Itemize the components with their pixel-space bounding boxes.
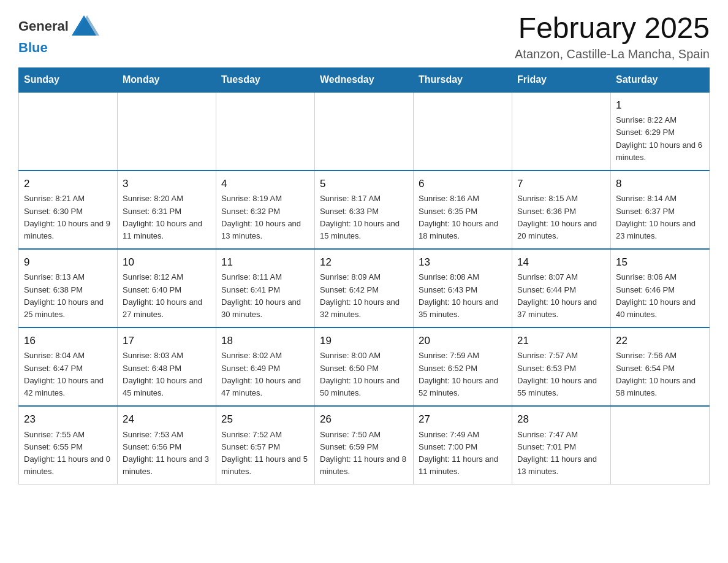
day-info: Sunrise: 7:52 AM Sunset: 6:57 PM Dayligh… (221, 429, 309, 478)
calendar-week-row: 2Sunrise: 8:21 AM Sunset: 6:30 PM Daylig… (19, 170, 710, 249)
day-number: 16 (24, 333, 112, 349)
day-number: 13 (419, 255, 507, 270)
logo-blue-text: Blue (18, 40, 48, 56)
day-number: 12 (320, 255, 408, 270)
calendar-table: Sunday Monday Tuesday Wednesday Thursday… (18, 67, 710, 484)
table-row: 8Sunrise: 8:14 AM Sunset: 6:37 PM Daylig… (611, 170, 710, 249)
day-number: 21 (517, 333, 605, 349)
day-number: 8 (616, 176, 704, 192)
header-saturday: Saturday (611, 67, 710, 92)
logo-icon (69, 12, 99, 40)
table-row (216, 92, 315, 170)
table-row: 25Sunrise: 7:52 AM Sunset: 6:57 PM Dayli… (216, 406, 315, 484)
day-info: Sunrise: 8:09 AM Sunset: 6:42 PM Dayligh… (320, 271, 408, 321)
day-info: Sunrise: 8:04 AM Sunset: 6:47 PM Dayligh… (24, 350, 112, 399)
table-row: 19Sunrise: 8:00 AM Sunset: 6:50 PM Dayli… (315, 327, 414, 406)
weekday-header-row: Sunday Monday Tuesday Wednesday Thursday… (19, 67, 710, 92)
day-number: 23 (24, 412, 112, 427)
header-wednesday: Wednesday (315, 67, 414, 92)
day-info: Sunrise: 7:49 AM Sunset: 7:00 PM Dayligh… (419, 429, 507, 478)
day-info: Sunrise: 8:00 AM Sunset: 6:50 PM Dayligh… (320, 350, 408, 399)
day-info: Sunrise: 8:22 AM Sunset: 6:29 PM Dayligh… (616, 114, 704, 164)
day-number: 3 (123, 176, 211, 192)
day-number: 15 (616, 255, 704, 270)
header-thursday: Thursday (414, 67, 512, 92)
table-row: 1Sunrise: 8:22 AM Sunset: 6:29 PM Daylig… (611, 92, 710, 170)
day-info: Sunrise: 7:56 AM Sunset: 6:54 PM Dayligh… (616, 350, 704, 399)
calendar-week-row: 9Sunrise: 8:13 AM Sunset: 6:38 PM Daylig… (19, 249, 710, 327)
day-number: 11 (221, 255, 309, 270)
day-info: Sunrise: 7:50 AM Sunset: 6:59 PM Dayligh… (320, 429, 408, 478)
day-info: Sunrise: 7:59 AM Sunset: 6:52 PM Dayligh… (419, 350, 507, 399)
table-row: 13Sunrise: 8:08 AM Sunset: 6:43 PM Dayli… (414, 249, 512, 327)
table-row: 11Sunrise: 8:11 AM Sunset: 6:41 PM Dayli… (216, 249, 315, 327)
table-row: 21Sunrise: 7:57 AM Sunset: 6:53 PM Dayli… (512, 327, 611, 406)
day-number: 27 (419, 412, 507, 427)
header-friday: Friday (512, 67, 611, 92)
day-number: 10 (123, 255, 211, 270)
table-row: 7Sunrise: 8:15 AM Sunset: 6:36 PM Daylig… (512, 170, 611, 249)
table-row (315, 92, 414, 170)
day-info: Sunrise: 8:17 AM Sunset: 6:33 PM Dayligh… (320, 193, 408, 242)
day-number: 17 (123, 333, 211, 349)
day-info: Sunrise: 7:47 AM Sunset: 7:01 PM Dayligh… (517, 429, 605, 478)
location-subtitle: Atanzon, Castille-La Mancha, Spain (515, 47, 710, 61)
day-info: Sunrise: 7:57 AM Sunset: 6:53 PM Dayligh… (517, 350, 605, 399)
table-row: 5Sunrise: 8:17 AM Sunset: 6:33 PM Daylig… (315, 170, 414, 249)
day-number: 26 (320, 412, 408, 427)
table-row: 15Sunrise: 8:06 AM Sunset: 6:46 PM Dayli… (611, 249, 710, 327)
table-row: 28Sunrise: 7:47 AM Sunset: 7:01 PM Dayli… (512, 406, 611, 484)
day-info: Sunrise: 8:13 AM Sunset: 6:38 PM Dayligh… (24, 271, 112, 321)
day-info: Sunrise: 8:15 AM Sunset: 6:36 PM Dayligh… (517, 193, 605, 242)
day-number: 18 (221, 333, 309, 349)
day-number: 14 (517, 255, 605, 270)
table-row: 22Sunrise: 7:56 AM Sunset: 6:54 PM Dayli… (611, 327, 710, 406)
day-info: Sunrise: 7:53 AM Sunset: 6:56 PM Dayligh… (123, 429, 211, 478)
table-row: 12Sunrise: 8:09 AM Sunset: 6:42 PM Dayli… (315, 249, 414, 327)
table-row (118, 92, 216, 170)
table-row (512, 92, 611, 170)
day-info: Sunrise: 8:16 AM Sunset: 6:35 PM Dayligh… (419, 193, 507, 242)
day-info: Sunrise: 8:06 AM Sunset: 6:46 PM Dayligh… (616, 271, 704, 321)
calendar-week-row: 16Sunrise: 8:04 AM Sunset: 6:47 PM Dayli… (19, 327, 710, 406)
day-number: 5 (320, 176, 408, 192)
table-row: 3Sunrise: 8:20 AM Sunset: 6:31 PM Daylig… (118, 170, 216, 249)
day-number: 2 (24, 176, 112, 192)
month-title: February 2025 (515, 12, 710, 45)
day-number: 6 (419, 176, 507, 192)
day-info: Sunrise: 8:07 AM Sunset: 6:44 PM Dayligh… (517, 271, 605, 321)
day-number: 28 (517, 412, 605, 427)
table-row: 23Sunrise: 7:55 AM Sunset: 6:55 PM Dayli… (19, 406, 118, 484)
table-row: 24Sunrise: 7:53 AM Sunset: 6:56 PM Dayli… (118, 406, 216, 484)
day-number: 1 (616, 98, 704, 113)
day-number: 9 (24, 255, 112, 270)
logo-general-text: General (18, 18, 69, 34)
day-number: 24 (123, 412, 211, 427)
day-info: Sunrise: 8:02 AM Sunset: 6:49 PM Dayligh… (221, 350, 309, 399)
day-number: 25 (221, 412, 309, 427)
page-header: General Blue February 2025 Atanzon, Cast… (18, 12, 710, 61)
day-info: Sunrise: 8:03 AM Sunset: 6:48 PM Dayligh… (123, 350, 211, 399)
calendar-week-row: 1Sunrise: 8:22 AM Sunset: 6:29 PM Daylig… (19, 92, 710, 170)
header-tuesday: Tuesday (216, 67, 315, 92)
table-row (414, 92, 512, 170)
table-row: 27Sunrise: 7:49 AM Sunset: 7:00 PM Dayli… (414, 406, 512, 484)
table-row (611, 406, 710, 484)
logo: General Blue (18, 12, 99, 56)
title-block: February 2025 Atanzon, Castille-La Manch… (515, 12, 710, 61)
day-number: 4 (221, 176, 309, 192)
header-sunday: Sunday (19, 67, 118, 92)
calendar-week-row: 23Sunrise: 7:55 AM Sunset: 6:55 PM Dayli… (19, 406, 710, 484)
table-row: 14Sunrise: 8:07 AM Sunset: 6:44 PM Dayli… (512, 249, 611, 327)
day-info: Sunrise: 7:55 AM Sunset: 6:55 PM Dayligh… (24, 429, 112, 478)
day-info: Sunrise: 8:14 AM Sunset: 6:37 PM Dayligh… (616, 193, 704, 242)
day-info: Sunrise: 8:11 AM Sunset: 6:41 PM Dayligh… (221, 271, 309, 321)
table-row: 26Sunrise: 7:50 AM Sunset: 6:59 PM Dayli… (315, 406, 414, 484)
day-number: 20 (419, 333, 507, 349)
day-info: Sunrise: 8:19 AM Sunset: 6:32 PM Dayligh… (221, 193, 309, 242)
table-row: 9Sunrise: 8:13 AM Sunset: 6:38 PM Daylig… (19, 249, 118, 327)
table-row: 17Sunrise: 8:03 AM Sunset: 6:48 PM Dayli… (118, 327, 216, 406)
table-row: 10Sunrise: 8:12 AM Sunset: 6:40 PM Dayli… (118, 249, 216, 327)
table-row: 18Sunrise: 8:02 AM Sunset: 6:49 PM Dayli… (216, 327, 315, 406)
day-info: Sunrise: 8:20 AM Sunset: 6:31 PM Dayligh… (123, 193, 211, 242)
